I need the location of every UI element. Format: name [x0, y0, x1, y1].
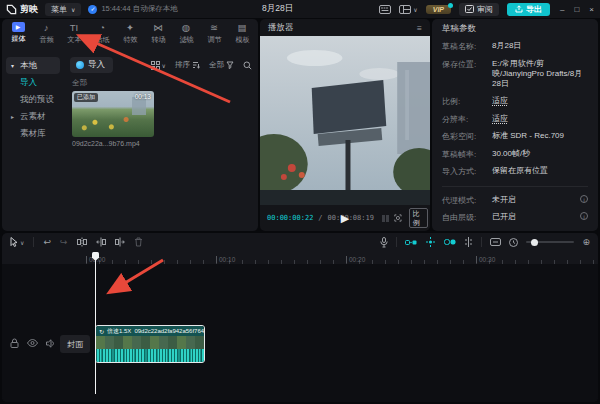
text-icon: TI — [70, 22, 78, 33]
close-button[interactable]: × — [589, 5, 594, 14]
info-icon[interactable]: i — [580, 195, 588, 203]
params-divider — [442, 186, 588, 187]
auto-snap-toggle[interactable] — [425, 237, 436, 247]
export-button[interactable]: 导出 — [507, 3, 550, 16]
media-duration: 00:13 — [135, 93, 151, 100]
tab-sticker[interactable]: ◔贴纸 — [88, 22, 116, 52]
sidebar-item-my-presets[interactable]: 我的预设 — [6, 91, 60, 108]
timer-button[interactable] — [509, 238, 518, 247]
app-name: 剪映 — [20, 3, 38, 16]
tab-adjust[interactable]: ≋调节 — [200, 22, 228, 52]
mute-track-icon[interactable] — [46, 339, 56, 348]
search-button[interactable] — [243, 61, 252, 70]
sidebar-item-asset-library[interactable]: 素材库 — [6, 125, 60, 142]
param-value-proxy-mode: 未开启 — [492, 195, 580, 206]
preview-axis-toggle[interactable] — [464, 237, 473, 247]
tab-label: 模板 — [235, 35, 249, 45]
ratio-button[interactable]: 比例 — [409, 208, 428, 228]
chevron-down-icon: ∨ — [20, 239, 24, 246]
clip-waveform — [96, 349, 204, 362]
player-right-controls: 比例 — [394, 208, 430, 228]
param-value-resolution[interactable]: 适应 — [492, 114, 588, 125]
sort-button[interactable]: 排序 — [175, 60, 200, 70]
review-button[interactable]: 审阅 — [459, 3, 499, 16]
tab-media[interactable]: ▶媒体 — [4, 22, 32, 52]
undo-button[interactable]: ↩ — [43, 237, 51, 247]
chevron-down-icon: ∨ — [413, 6, 417, 13]
minimize-button[interactable]: – — [560, 5, 564, 14]
delete-right-button[interactable] — [115, 237, 125, 247]
hide-track-icon[interactable] — [27, 339, 38, 347]
play-button[interactable]: ▶ — [341, 212, 349, 225]
param-label: 草稿名称: — [442, 41, 492, 52]
clip-filename: 09d2c22ad2fa942a56f764e764... — [134, 328, 204, 334]
maximize-button[interactable]: □ — [574, 5, 579, 14]
tab-effect[interactable]: ✦特效 — [116, 22, 144, 52]
record-voiceover-button[interactable] — [380, 237, 388, 248]
param-value-ratio[interactable]: 适应 — [492, 96, 588, 107]
param-row-save-location: 保存位置:E:/常用软件/剪映/JianyingPro Drafts/8月28日 — [442, 59, 588, 90]
delete-button[interactable] — [134, 237, 143, 247]
param-value-draft-name: 8月28日 — [492, 41, 588, 52]
effect-icon: ✦ — [126, 22, 134, 33]
tab-filter[interactable]: ◍滤镜 — [172, 22, 200, 52]
playhead[interactable] — [95, 252, 96, 394]
sidebar-item-cloud-assets[interactable]: ▸云素材 — [6, 108, 60, 125]
cover-button[interactable]: 封面 — [60, 335, 90, 353]
window-controls: – □ × — [560, 5, 594, 14]
shortcut-keyboard-icon[interactable] — [379, 5, 391, 14]
template-icon: ▤ — [238, 22, 247, 33]
video-preview[interactable] — [260, 36, 430, 205]
vip-badge[interactable]: VIP — [426, 5, 451, 14]
draft-params-rows: 草稿名称:8月28日保存位置:E:/常用软件/剪映/JianyingPro Dr… — [432, 41, 598, 230]
snap-icon — [425, 237, 436, 247]
param-label: 代理模式: — [442, 195, 492, 206]
player-title: 播放器 — [268, 22, 294, 34]
sidebar-item-label: 本地 — [20, 60, 37, 72]
param-row-frame-rate: 草稿帧率:30.00帧/秒 — [442, 149, 588, 160]
zoom-slider-knob[interactable] — [531, 239, 538, 246]
sidebar-item-import[interactable]: 导入 — [6, 74, 60, 91]
info-icon[interactable]: i — [580, 212, 588, 220]
import-button[interactable]: 导入 — [70, 57, 113, 73]
layout-switch-icon[interactable]: ∨ — [399, 5, 417, 14]
timeline-clip[interactable]: ↻ 倍速1.5X 09d2c22ad2fa942a56f764e764... — [95, 325, 205, 363]
media-sidebar: ▾本地导入我的预设▸云素材素材库 — [2, 52, 64, 231]
tab-label: 转场 — [151, 35, 165, 45]
microphone-icon — [380, 237, 388, 248]
draft-params-panel: 草稿参数 草稿名称:8月28日保存位置:E:/常用软件/剪映/JianyingP… — [432, 19, 598, 231]
main-track-magnet-toggle[interactable] — [405, 238, 417, 247]
delete-left-button[interactable] — [96, 237, 106, 247]
titlebar-right: ∨ VIP 审阅 导出 – □ × — [379, 3, 594, 16]
clip-thumbnails — [96, 336, 204, 349]
adjust-track-height-button[interactable] — [490, 238, 501, 246]
capcut-window: 剪映 菜单 ∨ ✓ 15:44:44 自动保存本地 8月28日 ∨ VIP 审阅 — [0, 0, 600, 404]
player-menu-icon[interactable]: ≡ — [417, 23, 422, 33]
tab-audio[interactable]: ♪音频 — [32, 22, 60, 52]
tab-template[interactable]: ▤模板 — [228, 22, 256, 52]
timeline-zoom-slider[interactable] — [526, 241, 574, 243]
lock-track-icon[interactable] — [10, 338, 19, 348]
media-icon: ▶ — [12, 22, 25, 32]
split-button[interactable] — [77, 237, 87, 247]
menu-button[interactable]: 菜单 ∨ — [45, 3, 81, 16]
tab-text[interactable]: TI文本 — [60, 22, 88, 52]
autosave-check-icon: ✓ — [88, 5, 97, 14]
select-tool-button[interactable]: ∨ — [10, 237, 24, 247]
timeline-ruler[interactable]: 00:0000:1000:2000:30 — [2, 251, 598, 264]
modify-row: 修改 — [432, 230, 598, 231]
media-thumbnail: 已添加 00:13 — [72, 91, 154, 137]
tab-transition[interactable]: ⋈转场 — [144, 22, 172, 52]
filter-button[interactable]: 全部 — [209, 60, 234, 70]
zoom-in-button[interactable]: ⊕ — [582, 237, 590, 247]
linkage-toggle[interactable] — [444, 238, 456, 246]
param-value-frame-rate: 30.00帧/秒 — [492, 149, 588, 160]
frame-step-icon[interactable] — [382, 215, 389, 222]
preview-quality-icon[interactable] — [394, 213, 402, 223]
media-item[interactable]: 已添加 00:13 09d2c22a...9b76.mp4 — [72, 91, 154, 147]
delete-left-icon — [96, 237, 106, 247]
redo-button[interactable]: ↪ — [60, 237, 68, 247]
sidebar-item-local[interactable]: ▾本地 — [6, 57, 60, 74]
split-icon — [77, 237, 87, 247]
view-mode-button[interactable]: ∨ — [151, 61, 166, 70]
